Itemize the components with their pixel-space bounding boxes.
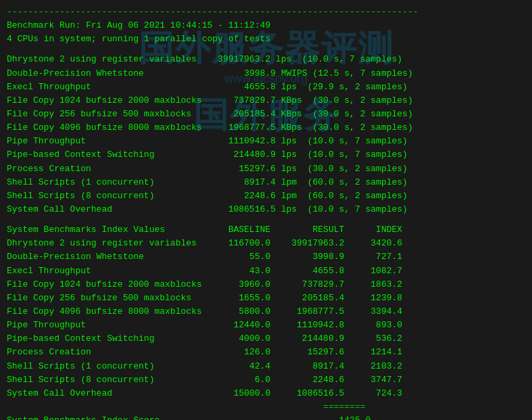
header-line1: Benchmark Run: Fri Aug 06 2021 10:44:15 … bbox=[7, 19, 525, 32]
index-row: File Copy 256 bufsize 500 maxblocks 1655… bbox=[7, 291, 525, 305]
index-row: Shell Scripts (1 concurrent) 42.4 8917.4… bbox=[7, 360, 525, 373]
index-row: System Call Overhead 15000.0 1086516.5 7… bbox=[7, 387, 525, 400]
result-row: File Copy 1024 bufsize 2000 maxblocks 73… bbox=[7, 94, 525, 108]
index-section: System Benchmarks Index Values BASELINE … bbox=[7, 223, 525, 420]
result-row: Pipe-based Context Switching 214480.9 lp… bbox=[7, 148, 525, 162]
result-row: Double-Precision Whetstone 3998.9 MWIPS … bbox=[7, 67, 525, 80]
index-row: Pipe Throughput 12440.0 1110942.8 893.0 bbox=[7, 319, 525, 332]
result-row: Pipe Throughput 1110942.8 lps (10.0 s, 7… bbox=[7, 135, 525, 148]
index-row: File Copy 4096 bufsize 8000 maxblocks 58… bbox=[7, 305, 525, 319]
result-row: Process Creation 15297.6 lps (30.0 s, 2 … bbox=[7, 162, 525, 176]
index-table-header: System Benchmarks Index Values BASELINE … bbox=[7, 223, 525, 237]
index-row: Pipe-based Context Switching 4000.0 2144… bbox=[7, 332, 525, 346]
results-section: Dhrystone 2 using register variables 399… bbox=[7, 53, 525, 216]
index-row: Double-Precision Whetstone 55.0 3998.9 7… bbox=[7, 250, 525, 264]
score-line: System Benchmarks Index Score 1425.0 bbox=[7, 414, 525, 420]
terminal: 国外服务器评测 www.idcspy.org 国外服务 ------------… bbox=[7, 5, 525, 420]
index-row: Shell Scripts (8 concurrent) 6.0 2248.6 … bbox=[7, 373, 525, 387]
result-row: Execl Throughput 4655.8 lps (29.9 s, 2 s… bbox=[7, 80, 525, 94]
separator-top: ----------------------------------------… bbox=[7, 5, 525, 19]
result-row: File Copy 4096 bufsize 8000 maxblocks 19… bbox=[7, 121, 525, 135]
index-row: Dhrystone 2 using register variables 116… bbox=[7, 237, 525, 250]
header-line2: 4 CPUs in system; running 1 parallel cop… bbox=[7, 32, 525, 46]
result-row: Shell Scripts (1 concurrent) 8917.4 lpm … bbox=[7, 176, 525, 189]
index-row: Process Creation 126.0 15297.6 1214.1 bbox=[7, 346, 525, 359]
index-row: File Copy 1024 bufsize 2000 maxblocks 39… bbox=[7, 278, 525, 291]
index-row: Execl Throughput 43.0 4655.8 1082.7 bbox=[7, 264, 525, 278]
result-row: Shell Scripts (8 concurrent) 2248.6 lpm … bbox=[7, 189, 525, 203]
double-separator: ======== bbox=[7, 400, 525, 414]
result-row: System Call Overhead 1086516.5 lps (10.0… bbox=[7, 203, 525, 216]
result-row: File Copy 256 bufsize 500 maxblocks 2051… bbox=[7, 108, 525, 121]
result-row: Dhrystone 2 using register variables 399… bbox=[7, 53, 525, 66]
